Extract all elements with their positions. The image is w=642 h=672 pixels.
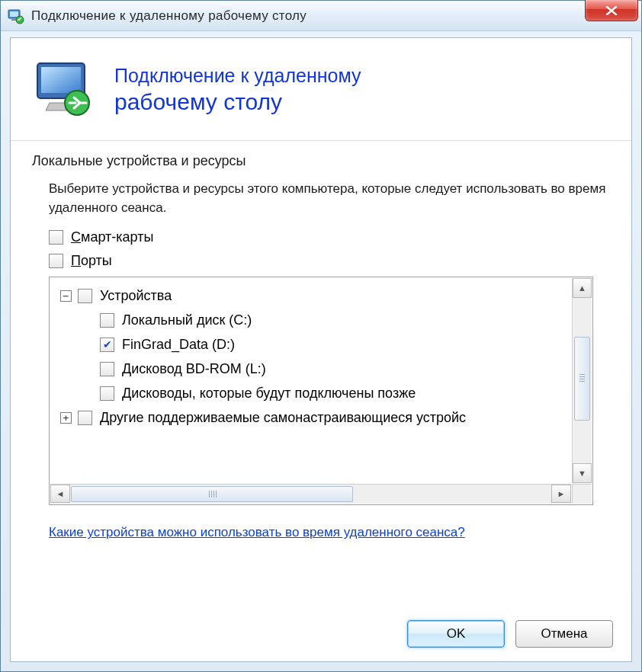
expander-minus-icon[interactable]: − xyxy=(60,290,72,302)
header-texts: Подключение к удаленному рабочему столу xyxy=(114,64,361,117)
ports-row[interactable]: Порты xyxy=(49,253,610,269)
tree-node-drive-c[interactable]: Локальный диск (C:) xyxy=(100,308,567,332)
ports-label: Порты xyxy=(71,253,112,269)
horizontal-scrollbar[interactable]: ◄ ► xyxy=(50,484,571,504)
section-title: Локальные устройства и ресурсы xyxy=(32,153,610,169)
titlebar: Подключение к удаленному рабочему столу xyxy=(1,1,641,31)
section-description: Выберите устройства и ресурсы этого комп… xyxy=(49,180,610,217)
svg-rect-1 xyxy=(10,11,18,17)
drive-d-checkbox[interactable]: ✔ xyxy=(100,338,114,352)
client-area: Подключение к удаленному рабочему столу … xyxy=(10,37,632,662)
app-icon xyxy=(7,7,25,25)
window-title: Подключение к удаленному рабочему столу xyxy=(31,8,307,24)
drive-d-label: FinGrad_Data (D:) xyxy=(122,337,235,353)
scroll-left-button[interactable]: ◄ xyxy=(50,485,70,503)
tree-content: − Устройства Локальный диск (C:) ✔ FinGr… xyxy=(50,277,571,483)
hscroll-thumb[interactable] xyxy=(71,486,353,502)
tree-node-devices[interactable]: − Устройства xyxy=(60,283,567,308)
smart-cards-label: Смарт-карты xyxy=(71,229,153,245)
button-bar: OK Отмена xyxy=(407,620,613,648)
tree-node-drive-l[interactable]: Дисковод BD-ROM (L:) xyxy=(100,357,567,381)
other-checkbox[interactable] xyxy=(78,411,92,425)
scroll-up-button[interactable]: ▲ xyxy=(573,278,592,298)
ports-checkbox[interactable] xyxy=(49,254,63,268)
other-label: Другие поддерживаемые самонастраивающиес… xyxy=(100,410,466,426)
devices-label: Устройства xyxy=(100,288,172,304)
drive-l-checkbox[interactable] xyxy=(100,362,114,376)
cancel-button[interactable]: Отмена xyxy=(515,620,613,648)
devices-checkbox[interactable] xyxy=(78,289,92,303)
device-tree: − Устройства Локальный диск (C:) ✔ FinGr… xyxy=(49,277,593,505)
drive-c-checkbox[interactable] xyxy=(100,313,114,328)
header-line2: рабочему столу xyxy=(114,88,361,117)
tree-node-other[interactable]: + Другие поддерживаемые самонастраивающи… xyxy=(60,405,567,430)
ok-button[interactable]: OK xyxy=(407,620,505,648)
header-block: Подключение к удаленному рабочему столу xyxy=(11,38,631,141)
scrollbar-corner xyxy=(572,484,592,504)
drive-l-label: Дисковод BD-ROM (L:) xyxy=(122,361,266,377)
future-drives-label: Дисководы, которые будут подключены позж… xyxy=(122,386,416,402)
smart-cards-checkbox[interactable] xyxy=(49,230,63,245)
header-line1: Подключение к удаленному xyxy=(114,64,361,88)
svg-rect-6 xyxy=(41,67,81,93)
vscroll-track[interactable] xyxy=(573,299,592,462)
dialog-window: Подключение к удаленному рабочему столу xyxy=(0,0,642,672)
scroll-right-button[interactable]: ► xyxy=(551,485,571,503)
rdp-icon xyxy=(32,56,99,123)
future-drives-checkbox[interactable] xyxy=(100,386,114,401)
help-link[interactable]: Какие устройства можно использовать во в… xyxy=(49,525,593,540)
hscroll-track[interactable] xyxy=(71,485,551,504)
drive-c-label: Локальный диск (C:) xyxy=(122,312,252,328)
section-local-resources: Локальные устройства и ресурсы Выберите … xyxy=(11,141,631,545)
tree-node-drive-d[interactable]: ✔ FinGrad_Data (D:) xyxy=(100,332,567,357)
close-button[interactable] xyxy=(585,0,638,21)
vscroll-thumb[interactable] xyxy=(574,337,590,421)
scroll-down-button[interactable]: ▼ xyxy=(573,463,592,483)
smart-cards-row[interactable]: Смарт-карты xyxy=(49,229,610,245)
expander-plus-icon[interactable]: + xyxy=(60,412,72,424)
vertical-scrollbar[interactable]: ▲ ▼ xyxy=(572,278,592,483)
tree-node-future-drives[interactable]: Дисководы, которые будут подключены позж… xyxy=(100,381,567,405)
